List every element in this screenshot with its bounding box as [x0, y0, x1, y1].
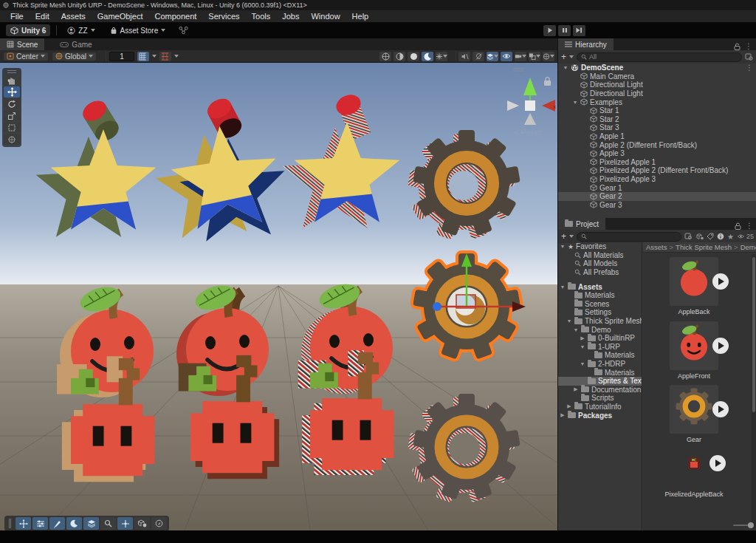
hierarchy-item-apple-1[interactable]: Apple 1 — [558, 132, 756, 141]
hierarchy-item-apple-2-different-front-back-[interactable]: Apple 2 (Different Front/Back) — [558, 140, 756, 149]
asset-thumbnail[interactable] — [670, 321, 718, 370]
menu-jobs[interactable]: Jobs — [276, 10, 305, 22]
tab-project[interactable]: Project — [558, 218, 605, 230]
project-folder-materials[interactable]: Materials — [558, 291, 642, 300]
hierarchy-item-demoscene[interactable]: ▼DemoScene⋮ — [558, 64, 756, 72]
expand-arrow[interactable]: ▼ — [580, 361, 585, 366]
hierarchy-item-gear-2[interactable]: Gear 2 — [558, 192, 756, 201]
hierarchy-item-pixelized-apple-3[interactable]: Pixelized Apple 3 — [558, 175, 756, 184]
asset-play-button[interactable] — [709, 455, 726, 471]
expand-arrow[interactable]: ▼ — [566, 318, 572, 324]
version-control-icon[interactable] — [179, 26, 188, 35]
account-dropdown[interactable]: ZZ — [63, 24, 99, 36]
overlay-draw-modes-button[interactable] — [83, 517, 99, 530]
picker-icon[interactable] — [745, 53, 753, 61]
overlays-dropdown[interactable] — [529, 52, 540, 61]
asset-thumbnail[interactable] — [670, 385, 718, 434]
breadcrumb-assets[interactable]: Assets — [646, 243, 667, 251]
unity-version-button[interactable]: Unity 6 — [6, 24, 50, 36]
scale-tool[interactable] — [4, 110, 20, 121]
transform-tool[interactable] — [4, 134, 20, 145]
project-folder-documentation[interactable]: ▶Documentation — [558, 386, 642, 395]
project-folder-2-hdrp[interactable]: ▼2-HDRP — [558, 360, 642, 369]
project-menu-icon[interactable]: ⋮ — [746, 222, 753, 230]
breadcrumb-thick-sprite-mesh[interactable]: Thick Sprite Mesh — [676, 243, 732, 251]
asset-play-button[interactable] — [712, 273, 729, 290]
hierarchy-item-examples[interactable]: ▼Examples — [558, 98, 756, 106]
project-search-input[interactable] — [577, 232, 681, 242]
scene-context-menu-icon[interactable]: ⋮ — [746, 64, 756, 72]
space-dropdown[interactable]: Global — [52, 52, 97, 61]
hierarchy-item-star-1[interactable]: Star 1 — [558, 106, 756, 115]
add-object-button[interactable]: + — [561, 52, 566, 62]
info-icon[interactable] — [717, 233, 724, 240]
menu-services[interactable]: Services — [202, 10, 245, 22]
project-folder-sprites-textures[interactable]: Sprites & Textures — [558, 377, 642, 386]
project-folder-scenes[interactable]: Scenes — [558, 300, 642, 309]
overlay-orientation-button[interactable] — [117, 517, 133, 530]
asset-store-dropdown[interactable]: Asset Store — [106, 24, 171, 36]
scene-lighting-off-button[interactable] — [472, 52, 484, 61]
project-folder-settings[interactable]: Settings — [558, 308, 642, 317]
snap-increment-toggle[interactable] — [159, 52, 171, 61]
menu-component[interactable]: Component — [148, 10, 202, 22]
overlay-cameras-button[interactable] — [134, 517, 150, 530]
expand-arrow[interactable]: ▼ — [580, 344, 585, 349]
scene-viewport[interactable]: x < Persp — [0, 63, 557, 530]
menu-gameobject[interactable]: GameObject — [92, 10, 149, 22]
pivot-dropdown[interactable]: Center — [3, 52, 49, 61]
overlay-tool-settings-button[interactable] — [32, 517, 48, 530]
expand-arrow[interactable]: ▶ — [566, 403, 572, 409]
effects-dropdown[interactable] — [436, 52, 447, 61]
project-folder-0-builtinrp[interactable]: ▶0-BuiltinRP — [558, 334, 642, 343]
grid-snap-toggle[interactable] — [137, 52, 149, 61]
chevron-down-icon[interactable] — [152, 55, 157, 58]
hierarchy-item-apple-3[interactable]: Apple 3 — [558, 149, 756, 158]
pause-button[interactable] — [558, 25, 571, 36]
tab-game[interactable]: Game — [53, 38, 98, 50]
project-folder-all-prefabs[interactable]: All Prefabs — [558, 268, 642, 277]
overlay-brush-button[interactable] — [49, 517, 65, 530]
expand-arrow[interactable]: ▼ — [563, 65, 568, 70]
asset-play-button[interactable] — [712, 401, 729, 417]
camera-settings-dropdown[interactable] — [515, 52, 526, 61]
hierarchy-item-pixelized-apple-2-different-front-back-[interactable]: Pixelized Apple 2 (Different Front/Back) — [558, 166, 756, 175]
asset-thumbnail[interactable] — [687, 457, 701, 470]
project-folder-packages[interactable]: ▶Packages — [558, 411, 642, 420]
gizmo-center-cube[interactable] — [525, 100, 535, 111]
favorites-star-icon[interactable]: ★ — [727, 233, 734, 241]
menu-file[interactable]: File — [4, 10, 30, 22]
hierarchy-item-directional-light[interactable]: Directional Light — [558, 81, 756, 89]
lighting-toggle-button[interactable] — [422, 52, 433, 61]
hierarchy-item-main-camera[interactable]: Main Camera — [558, 72, 756, 81]
asset-play-button[interactable] — [712, 338, 729, 354]
hierarchy-search-input[interactable]: All — [577, 52, 742, 62]
expand-arrow[interactable]: ▶ — [580, 335, 585, 341]
overlay-view-options-button[interactable] — [66, 517, 82, 530]
asset-applefront[interactable]: AppleFront — [653, 321, 735, 380]
asset-scrollbar[interactable] — [752, 254, 756, 529]
expand-arrow[interactable]: ▼ — [572, 100, 578, 105]
gizmos-dropdown[interactable] — [543, 52, 554, 61]
project-folder-materials[interactable]: Materials — [558, 351, 642, 360]
chevron-down-icon[interactable] — [174, 55, 179, 58]
expand-arrow[interactable]: ▼ — [573, 327, 579, 332]
view-hand-tool[interactable] — [4, 75, 20, 86]
hierarchy-item-directional-light[interactable]: Directional Light — [558, 89, 756, 98]
asset-pixelizedappleback[interactable]: PixelizedAppleBack — [653, 457, 735, 498]
menu-tools[interactable]: Tools — [246, 10, 277, 22]
project-folder-assets[interactable]: ▼Assets — [558, 282, 642, 291]
scrollbar-thumb[interactable] — [752, 257, 755, 412]
persp-label[interactable]: < Persp — [514, 128, 542, 137]
label-icon[interactable] — [707, 233, 714, 240]
asset-thumbnail[interactable] — [670, 257, 718, 306]
package-icon[interactable] — [695, 233, 704, 240]
project-folder-demo[interactable]: ▼Demo — [558, 325, 642, 334]
chevron-down-icon[interactable] — [569, 235, 574, 238]
zoom-slider-knob[interactable] — [748, 522, 754, 528]
expand-arrow[interactable]: ▶ — [573, 386, 579, 392]
asset-zoom-slider[interactable] — [733, 525, 752, 526]
menu-help[interactable]: Help — [346, 10, 375, 22]
overlay-gizmos-button[interactable] — [151, 517, 167, 530]
move-tool[interactable] — [4, 86, 20, 98]
